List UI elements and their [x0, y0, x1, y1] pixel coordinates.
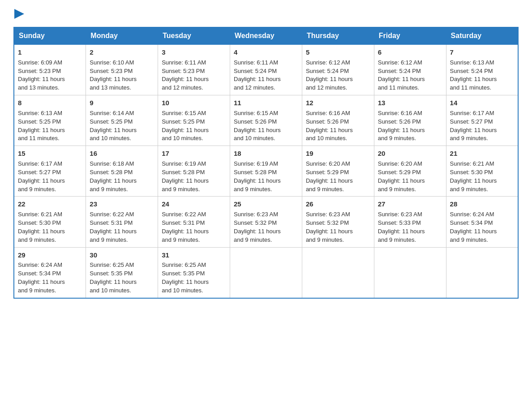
day-info: Sunrise: 6:23 AMSunset: 5:32 PMDaylight:…: [306, 211, 353, 243]
calendar-cell: 2Sunrise: 6:10 AMSunset: 5:23 PMDaylight…: [86, 45, 158, 95]
day-number: 2: [90, 47, 154, 57]
col-header-sunday: Sunday: [14, 27, 86, 45]
day-number: 16: [90, 149, 154, 158]
calendar-cell: 10Sunrise: 6:15 AMSunset: 5:25 PMDayligh…: [158, 95, 230, 146]
day-number: 25: [234, 199, 298, 209]
logo: [13, 9, 24, 19]
day-number: 8: [18, 98, 82, 108]
calendar-cell: 28Sunrise: 6:24 AMSunset: 5:34 PMDayligh…: [446, 197, 518, 247]
calendar-week-row: 29Sunrise: 6:24 AMSunset: 5:34 PMDayligh…: [14, 247, 518, 298]
calendar-cell: 8Sunrise: 6:13 AMSunset: 5:25 PMDaylight…: [14, 95, 86, 146]
day-number: 27: [378, 199, 442, 209]
day-number: 17: [162, 149, 226, 158]
calendar-cell: 6Sunrise: 6:12 AMSunset: 5:24 PMDaylight…: [374, 45, 446, 95]
day-info: Sunrise: 6:22 AMSunset: 5:31 PMDaylight:…: [162, 211, 209, 243]
calendar-cell: [446, 247, 518, 298]
calendar-cell: 19Sunrise: 6:20 AMSunset: 5:29 PMDayligh…: [302, 146, 374, 197]
day-number: 4: [234, 47, 298, 57]
day-number: 30: [90, 250, 154, 260]
logo-triangle-icon: [14, 9, 24, 19]
calendar-cell: 21Sunrise: 6:21 AMSunset: 5:30 PMDayligh…: [446, 146, 518, 197]
day-info: Sunrise: 6:20 AMSunset: 5:29 PMDaylight:…: [378, 160, 425, 193]
calendar-cell: 7Sunrise: 6:13 AMSunset: 5:24 PMDaylight…: [446, 45, 518, 95]
calendar-cell: 22Sunrise: 6:21 AMSunset: 5:30 PMDayligh…: [14, 197, 86, 247]
calendar-cell: 23Sunrise: 6:22 AMSunset: 5:31 PMDayligh…: [86, 197, 158, 247]
day-info: Sunrise: 6:12 AMSunset: 5:24 PMDaylight:…: [378, 59, 425, 91]
day-info: Sunrise: 6:17 AMSunset: 5:27 PMDaylight:…: [18, 160, 65, 193]
calendar-cell: 1Sunrise: 6:09 AMSunset: 5:23 PMDaylight…: [14, 45, 86, 95]
calendar-cell: [230, 247, 302, 298]
day-number: 20: [378, 149, 442, 158]
calendar-cell: 29Sunrise: 6:24 AMSunset: 5:34 PMDayligh…: [14, 247, 86, 298]
col-header-monday: Monday: [86, 27, 158, 45]
day-number: 5: [306, 47, 370, 57]
calendar-cell: 25Sunrise: 6:23 AMSunset: 5:32 PMDayligh…: [230, 197, 302, 247]
day-info: Sunrise: 6:20 AMSunset: 5:29 PMDaylight:…: [306, 160, 353, 193]
day-number: 31: [162, 250, 226, 260]
day-info: Sunrise: 6:12 AMSunset: 5:24 PMDaylight:…: [306, 59, 353, 91]
calendar-cell: 27Sunrise: 6:23 AMSunset: 5:33 PMDayligh…: [374, 197, 446, 247]
day-number: 21: [450, 149, 514, 158]
col-header-thursday: Thursday: [302, 27, 374, 45]
calendar-cell: 15Sunrise: 6:17 AMSunset: 5:27 PMDayligh…: [14, 146, 86, 197]
calendar-cell: 18Sunrise: 6:19 AMSunset: 5:28 PMDayligh…: [230, 146, 302, 197]
calendar-week-row: 15Sunrise: 6:17 AMSunset: 5:27 PMDayligh…: [14, 146, 518, 197]
calendar-cell: 31Sunrise: 6:25 AMSunset: 5:35 PMDayligh…: [158, 247, 230, 298]
day-info: Sunrise: 6:15 AMSunset: 5:25 PMDaylight:…: [162, 110, 209, 142]
day-number: 9: [90, 98, 154, 108]
day-info: Sunrise: 6:13 AMSunset: 5:24 PMDaylight:…: [450, 59, 497, 91]
calendar-cell: 20Sunrise: 6:20 AMSunset: 5:29 PMDayligh…: [374, 146, 446, 197]
day-info: Sunrise: 6:18 AMSunset: 5:28 PMDaylight:…: [90, 160, 137, 193]
day-info: Sunrise: 6:19 AMSunset: 5:28 PMDaylight:…: [162, 160, 209, 193]
day-number: 13: [378, 98, 442, 108]
day-info: Sunrise: 6:25 AMSunset: 5:35 PMDaylight:…: [90, 261, 137, 294]
col-header-saturday: Saturday: [446, 27, 518, 45]
svg-marker-0: [14, 9, 24, 19]
calendar-week-row: 1Sunrise: 6:09 AMSunset: 5:23 PMDaylight…: [14, 45, 518, 95]
day-number: 23: [90, 199, 154, 209]
calendar-week-row: 22Sunrise: 6:21 AMSunset: 5:30 PMDayligh…: [14, 197, 518, 247]
calendar-cell: 14Sunrise: 6:17 AMSunset: 5:27 PMDayligh…: [446, 95, 518, 146]
day-info: Sunrise: 6:21 AMSunset: 5:30 PMDaylight:…: [450, 160, 497, 193]
day-info: Sunrise: 6:09 AMSunset: 5:23 PMDaylight:…: [18, 59, 65, 91]
day-number: 28: [450, 199, 514, 209]
calendar-header-row: SundayMondayTuesdayWednesdayThursdayFrid…: [14, 27, 518, 45]
calendar-cell: 24Sunrise: 6:22 AMSunset: 5:31 PMDayligh…: [158, 197, 230, 247]
col-header-tuesday: Tuesday: [158, 27, 230, 45]
day-info: Sunrise: 6:11 AMSunset: 5:23 PMDaylight:…: [162, 59, 209, 91]
day-number: 12: [306, 98, 370, 108]
day-info: Sunrise: 6:24 AMSunset: 5:34 PMDaylight:…: [450, 211, 497, 243]
day-number: 14: [450, 98, 514, 108]
calendar-cell: 4Sunrise: 6:11 AMSunset: 5:24 PMDaylight…: [230, 45, 302, 95]
day-number: 6: [378, 47, 442, 57]
day-info: Sunrise: 6:25 AMSunset: 5:35 PMDaylight:…: [162, 261, 209, 294]
day-info: Sunrise: 6:23 AMSunset: 5:32 PMDaylight:…: [234, 211, 281, 243]
calendar-cell: 3Sunrise: 6:11 AMSunset: 5:23 PMDaylight…: [158, 45, 230, 95]
day-number: 26: [306, 199, 370, 209]
day-info: Sunrise: 6:24 AMSunset: 5:34 PMDaylight:…: [18, 261, 65, 294]
day-info: Sunrise: 6:14 AMSunset: 5:25 PMDaylight:…: [90, 110, 137, 142]
day-info: Sunrise: 6:19 AMSunset: 5:28 PMDaylight:…: [234, 160, 281, 193]
calendar-week-row: 8Sunrise: 6:13 AMSunset: 5:25 PMDaylight…: [14, 95, 518, 146]
calendar-cell: 11Sunrise: 6:15 AMSunset: 5:26 PMDayligh…: [230, 95, 302, 146]
calendar-cell: 9Sunrise: 6:14 AMSunset: 5:25 PMDaylight…: [86, 95, 158, 146]
day-info: Sunrise: 6:15 AMSunset: 5:26 PMDaylight:…: [234, 110, 281, 142]
day-number: 19: [306, 149, 370, 158]
day-info: Sunrise: 6:16 AMSunset: 5:26 PMDaylight:…: [306, 110, 353, 142]
day-info: Sunrise: 6:10 AMSunset: 5:23 PMDaylight:…: [90, 59, 137, 91]
col-header-wednesday: Wednesday: [230, 27, 302, 45]
day-number: 18: [234, 149, 298, 158]
day-number: 24: [162, 199, 226, 209]
day-number: 10: [162, 98, 226, 108]
day-number: 1: [18, 47, 82, 57]
calendar-table: SundayMondayTuesdayWednesdayThursdayFrid…: [13, 27, 519, 299]
col-header-friday: Friday: [374, 27, 446, 45]
day-info: Sunrise: 6:11 AMSunset: 5:24 PMDaylight:…: [234, 59, 281, 91]
day-info: Sunrise: 6:23 AMSunset: 5:33 PMDaylight:…: [378, 211, 425, 243]
calendar-cell: 13Sunrise: 6:16 AMSunset: 5:26 PMDayligh…: [374, 95, 446, 146]
calendar-cell: 5Sunrise: 6:12 AMSunset: 5:24 PMDaylight…: [302, 45, 374, 95]
day-number: 22: [18, 199, 82, 209]
calendar-cell: [302, 247, 374, 298]
calendar-cell: [374, 247, 446, 298]
calendar-cell: 12Sunrise: 6:16 AMSunset: 5:26 PMDayligh…: [302, 95, 374, 146]
